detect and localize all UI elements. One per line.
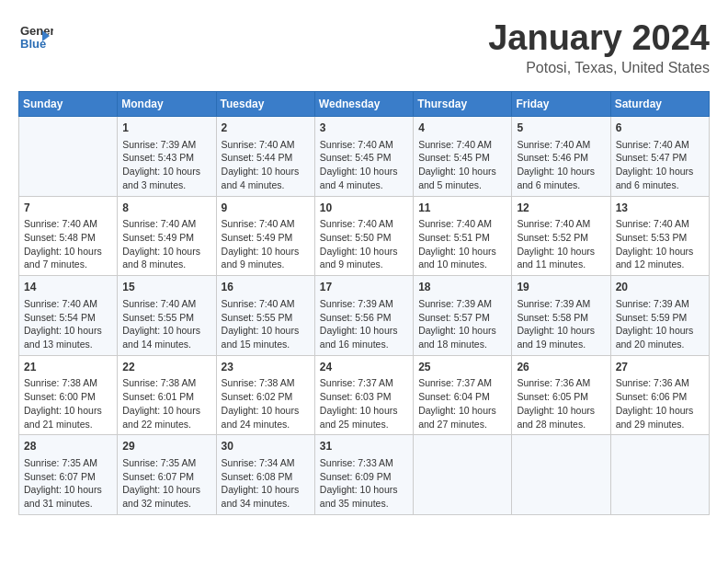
cell-content: Sunrise: 7:39 AMSunset: 5:56 PMDaylight:… [320,297,408,351]
day-number: 20 [616,280,704,295]
day-number: 6 [616,121,704,136]
cell-content: Sunrise: 7:40 AMSunset: 5:53 PMDaylight:… [616,217,704,271]
day-number: 5 [517,121,605,136]
day-number: 25 [418,360,506,375]
cell-content: Sunrise: 7:38 AMSunset: 6:01 PMDaylight:… [122,376,210,431]
cell-content: Sunrise: 7:35 AMSunset: 6:07 PMDaylight:… [122,456,210,511]
calendar-cell [19,117,118,197]
day-number: 29 [122,439,210,454]
day-number: 19 [517,280,605,295]
week-row-2: 7Sunrise: 7:40 AMSunset: 5:48 PMDaylight… [19,196,710,276]
logo-icon: General Blue [18,18,53,53]
day-number: 12 [517,201,605,216]
cell-content: Sunrise: 7:40 AMSunset: 5:44 PMDaylight:… [222,138,310,192]
calendar-cell: 1Sunrise: 7:39 AMSunset: 5:43 PMDaylight… [118,117,216,197]
calendar-cell: 4Sunrise: 7:40 AMSunset: 5:45 PMDaylight… [414,117,512,197]
day-number: 17 [320,280,408,295]
calendar-cell: 20Sunrise: 7:39 AMSunset: 5:59 PMDayligh… [610,276,709,356]
day-number: 30 [222,439,310,454]
column-header-saturday: Saturday [610,92,709,117]
calendar-cell: 30Sunrise: 7:34 AMSunset: 6:08 PMDayligh… [216,435,314,515]
day-number: 7 [24,201,112,216]
calendar-cell: 5Sunrise: 7:40 AMSunset: 5:46 PMDaylight… [512,117,610,197]
day-number: 23 [222,360,310,375]
day-number: 27 [616,360,704,375]
calendar-cell [610,435,709,515]
day-number: 1 [122,121,210,136]
calendar-cell: 18Sunrise: 7:39 AMSunset: 5:57 PMDayligh… [414,276,512,356]
calendar-cell: 6Sunrise: 7:40 AMSunset: 5:47 PMDaylight… [610,117,709,197]
day-number: 10 [320,201,408,216]
calendar-cell: 17Sunrise: 7:39 AMSunset: 5:56 PMDayligh… [314,276,413,356]
cell-content: Sunrise: 7:37 AMSunset: 6:03 PMDaylight:… [320,376,408,431]
cell-content: Sunrise: 7:40 AMSunset: 5:48 PMDaylight:… [24,217,112,271]
column-header-wednesday: Wednesday [314,92,413,117]
day-number: 2 [222,121,310,136]
calendar-table: SundayMondayTuesdayWednesdayThursdayFrid… [18,91,710,515]
cell-content: Sunrise: 7:33 AMSunset: 6:09 PMDaylight:… [320,456,408,511]
day-number: 31 [320,439,408,454]
calendar-cell: 11Sunrise: 7:40 AMSunset: 5:51 PMDayligh… [414,196,512,276]
calendar-cell: 26Sunrise: 7:36 AMSunset: 6:05 PMDayligh… [512,355,610,435]
calendar-cell: 29Sunrise: 7:35 AMSunset: 6:07 PMDayligh… [118,435,216,515]
title-block: January 2024 Potosi, Texas, United State… [488,18,710,76]
header-row: SundayMondayTuesdayWednesdayThursdayFrid… [19,92,710,117]
calendar-cell: 7Sunrise: 7:40 AMSunset: 5:48 PMDaylight… [19,196,118,276]
day-number: 16 [222,280,310,295]
cell-content: Sunrise: 7:40 AMSunset: 5:47 PMDaylight:… [616,138,704,192]
calendar-cell: 21Sunrise: 7:38 AMSunset: 6:00 PMDayligh… [19,355,118,435]
day-number: 22 [122,360,210,375]
cell-content: Sunrise: 7:40 AMSunset: 5:55 PMDaylight:… [122,297,210,351]
column-header-thursday: Thursday [414,92,512,117]
day-number: 4 [418,121,506,136]
day-number: 18 [418,280,506,295]
month-title: January 2024 [488,18,710,58]
cell-content: Sunrise: 7:40 AMSunset: 5:51 PMDaylight:… [418,217,506,271]
cell-content: Sunrise: 7:40 AMSunset: 5:55 PMDaylight:… [222,297,310,351]
cell-content: Sunrise: 7:35 AMSunset: 6:07 PMDaylight:… [24,456,112,511]
calendar-cell: 3Sunrise: 7:40 AMSunset: 5:45 PMDaylight… [314,117,413,197]
cell-content: Sunrise: 7:34 AMSunset: 6:08 PMDaylight:… [222,456,310,511]
week-row-5: 28Sunrise: 7:35 AMSunset: 6:07 PMDayligh… [19,435,710,515]
calendar-cell: 9Sunrise: 7:40 AMSunset: 5:49 PMDaylight… [216,196,314,276]
calendar-cell: 10Sunrise: 7:40 AMSunset: 5:50 PMDayligh… [314,196,413,276]
week-row-4: 21Sunrise: 7:38 AMSunset: 6:00 PMDayligh… [19,355,710,435]
cell-content: Sunrise: 7:40 AMSunset: 5:45 PMDaylight:… [320,138,408,192]
calendar-cell: 31Sunrise: 7:33 AMSunset: 6:09 PMDayligh… [314,435,413,515]
cell-content: Sunrise: 7:39 AMSunset: 5:57 PMDaylight:… [418,297,506,351]
calendar-cell: 24Sunrise: 7:37 AMSunset: 6:03 PMDayligh… [314,355,413,435]
day-number: 14 [24,280,112,295]
column-header-monday: Monday [118,92,216,117]
calendar-cell: 14Sunrise: 7:40 AMSunset: 5:54 PMDayligh… [19,276,118,356]
cell-content: Sunrise: 7:38 AMSunset: 6:00 PMDaylight:… [24,376,112,431]
calendar-cell: 8Sunrise: 7:40 AMSunset: 5:49 PMDaylight… [118,196,216,276]
cell-content: Sunrise: 7:37 AMSunset: 6:04 PMDaylight:… [418,376,506,431]
cell-content: Sunrise: 7:38 AMSunset: 6:02 PMDaylight:… [222,376,310,431]
cell-content: Sunrise: 7:36 AMSunset: 6:05 PMDaylight:… [517,376,605,431]
cell-content: Sunrise: 7:39 AMSunset: 5:59 PMDaylight:… [616,297,704,351]
week-row-1: 1Sunrise: 7:39 AMSunset: 5:43 PMDaylight… [19,117,710,197]
day-number: 24 [320,360,408,375]
calendar-cell: 16Sunrise: 7:40 AMSunset: 5:55 PMDayligh… [216,276,314,356]
cell-content: Sunrise: 7:40 AMSunset: 5:49 PMDaylight:… [122,217,210,271]
calendar-cell [512,435,610,515]
cell-content: Sunrise: 7:40 AMSunset: 5:50 PMDaylight:… [320,217,408,271]
page-header: General Blue January 2024 Potosi, Texas,… [18,18,710,76]
day-number: 28 [24,439,112,454]
calendar-cell: 22Sunrise: 7:38 AMSunset: 6:01 PMDayligh… [118,355,216,435]
calendar-cell: 23Sunrise: 7:38 AMSunset: 6:02 PMDayligh… [216,355,314,435]
calendar-body: 1Sunrise: 7:39 AMSunset: 5:43 PMDaylight… [19,117,710,515]
day-number: 9 [222,201,310,216]
column-header-sunday: Sunday [19,92,118,117]
calendar-cell: 13Sunrise: 7:40 AMSunset: 5:53 PMDayligh… [610,196,709,276]
location: Potosi, Texas, United States [488,60,710,76]
day-number: 15 [122,280,210,295]
cell-content: Sunrise: 7:40 AMSunset: 5:45 PMDaylight:… [418,138,506,192]
cell-content: Sunrise: 7:39 AMSunset: 5:58 PMDaylight:… [517,297,605,351]
cell-content: Sunrise: 7:40 AMSunset: 5:52 PMDaylight:… [517,217,605,271]
day-number: 13 [616,201,704,216]
day-number: 11 [418,201,506,216]
cell-content: Sunrise: 7:40 AMSunset: 5:49 PMDaylight:… [222,217,310,271]
calendar-cell: 25Sunrise: 7:37 AMSunset: 6:04 PMDayligh… [414,355,512,435]
calendar-cell: 19Sunrise: 7:39 AMSunset: 5:58 PMDayligh… [512,276,610,356]
